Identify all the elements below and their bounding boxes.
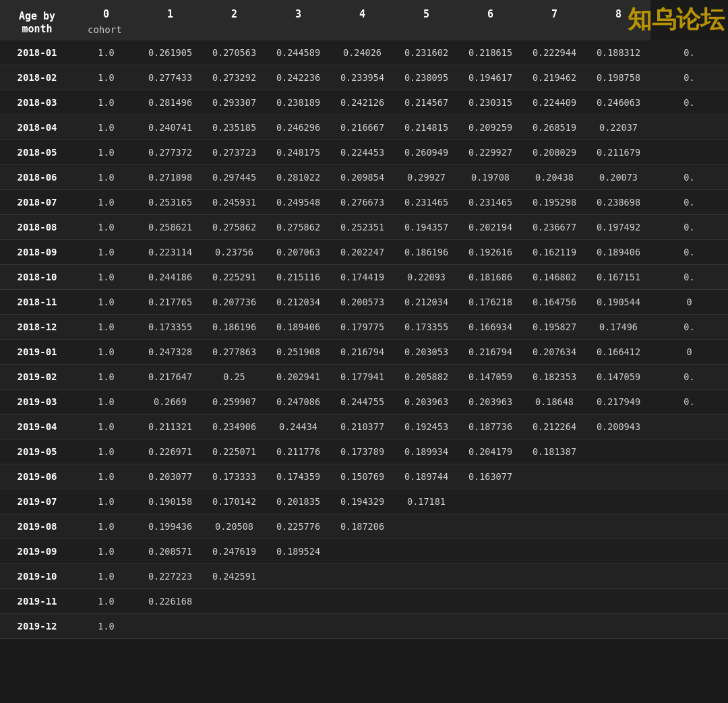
header-row-cohort: cohort: [0, 23, 728, 40]
value-cell: 0.219462: [522, 65, 586, 90]
value-cell: 0: [650, 340, 728, 365]
value-cell: 0.189406: [266, 315, 330, 340]
cohort-cell: 2018-04: [0, 115, 74, 140]
value-cell: 0.209854: [330, 165, 394, 190]
value-cell: 0.207063: [266, 240, 330, 265]
value-cell: 1.0: [74, 464, 138, 489]
value-cell: 0.205882: [394, 365, 458, 390]
value-cell: 0.234906: [202, 415, 266, 439]
value-cell: 0.167151: [586, 265, 650, 290]
cohort-cell: 2019-12: [0, 614, 74, 639]
value-cell: 0.204179: [458, 439, 522, 464]
value-cell: [330, 589, 394, 614]
value-cell: 1.0: [74, 589, 138, 614]
value-cell: 0.276673: [330, 190, 394, 215]
value-cell: 0.231465: [394, 190, 458, 215]
value-cell: 0.273723: [202, 140, 266, 165]
cohort-cell: 2019-06: [0, 464, 74, 489]
value-cell: 0.147059: [458, 365, 522, 390]
value-cell: 0.253165: [138, 190, 202, 215]
value-cell: 0.222944: [522, 40, 586, 65]
value-cell: [458, 589, 522, 614]
value-cell: 0.259907: [202, 390, 266, 415]
value-cell: [330, 564, 394, 589]
value-cell: [138, 614, 202, 639]
value-cell: 0.: [650, 90, 728, 115]
value-cell: 0.162119: [522, 240, 586, 265]
value-cell: 0.207736: [202, 290, 266, 315]
value-cell: 0.260949: [394, 140, 458, 165]
value-cell: 0.18648: [522, 390, 586, 415]
value-cell: 0.238698: [586, 190, 650, 215]
value-cell: 0.186196: [202, 315, 266, 340]
value-cell: 0.246296: [266, 115, 330, 140]
value-cell: 0.214567: [394, 90, 458, 115]
value-cell: 0.281022: [266, 165, 330, 190]
value-cell: [458, 564, 522, 589]
value-cell: [586, 539, 650, 564]
value-cell: 1.0: [74, 140, 138, 165]
cohort-table: Age by month 0 1 2 3 4 5 6 7 8 cohort 20…: [0, 0, 728, 639]
value-cell: 0.244755: [330, 390, 394, 415]
value-cell: [586, 464, 650, 489]
col-header-4: 4: [330, 0, 394, 23]
value-cell: 0.20438: [522, 165, 586, 190]
value-cell: 1.0: [74, 439, 138, 464]
value-cell: [650, 614, 728, 639]
value-cell: 0.188312: [586, 40, 650, 65]
value-cell: 0.173355: [138, 315, 202, 340]
value-cell: 0.194329: [330, 489, 394, 514]
value-cell: 0.261905: [138, 40, 202, 65]
value-cell: 0.194357: [394, 215, 458, 240]
table-row: 2018-121.00.1733550.1861960.1894060.1797…: [0, 315, 728, 340]
value-cell: [650, 439, 728, 464]
cohort-cell: 2018-01: [0, 40, 74, 65]
value-cell: 0.190544: [586, 290, 650, 315]
value-cell: 0.225071: [202, 439, 266, 464]
value-cell: [522, 489, 586, 514]
value-cell: [266, 564, 330, 589]
value-cell: 0.212034: [266, 290, 330, 315]
value-cell: 0.226971: [138, 439, 202, 464]
value-cell: 0.29927: [394, 165, 458, 190]
value-cell: 0.247328: [138, 340, 202, 365]
value-cell: 0.248175: [266, 140, 330, 165]
value-cell: 1.0: [74, 614, 138, 639]
table-row: 2018-041.00.2407410.2351850.2462960.2166…: [0, 115, 728, 140]
table-row: 2019-041.00.2113210.2349060.244340.21037…: [0, 415, 728, 439]
value-cell: 0.238189: [266, 90, 330, 115]
value-cell: 0.198758: [586, 65, 650, 90]
value-cell: 0.231465: [458, 190, 522, 215]
value-cell: 0.207634: [522, 340, 586, 365]
value-cell: 0.251908: [266, 340, 330, 365]
value-cell: 0.270563: [202, 40, 266, 65]
value-cell: 0.242591: [202, 564, 266, 589]
value-cell: 0.20073: [586, 165, 650, 190]
value-cell: 1.0: [74, 65, 138, 90]
value-cell: 0.236677: [522, 215, 586, 240]
value-cell: 0.246063: [586, 90, 650, 115]
cohort-table-container: Age by month 0 1 2 3 4 5 6 7 8 cohort 20…: [0, 0, 728, 639]
value-cell: 0.200943: [586, 415, 650, 439]
value-cell: 1.0: [74, 514, 138, 539]
value-cell: 0.226168: [138, 589, 202, 614]
value-cell: 0.23756: [202, 240, 266, 265]
cohort-cell: 2018-08: [0, 215, 74, 240]
value-cell: [522, 589, 586, 614]
value-cell: [458, 614, 522, 639]
value-cell: 0.173355: [394, 315, 458, 340]
cohort-cell: 2018-09: [0, 240, 74, 265]
value-cell: 0.189744: [394, 464, 458, 489]
value-cell: 1.0: [74, 40, 138, 65]
value-cell: 0.164756: [522, 290, 586, 315]
value-cell: 0.176218: [458, 290, 522, 315]
value-cell: 0.277863: [202, 340, 266, 365]
value-cell: 0.231602: [394, 40, 458, 65]
value-cell: 1.0: [74, 215, 138, 240]
value-cell: 0.186196: [394, 240, 458, 265]
value-cell: 0.24434: [266, 415, 330, 439]
value-cell: 0.179775: [330, 315, 394, 340]
value-cell: 0.277372: [138, 140, 202, 165]
value-cell: 0.275862: [202, 215, 266, 240]
value-cell: [522, 539, 586, 564]
